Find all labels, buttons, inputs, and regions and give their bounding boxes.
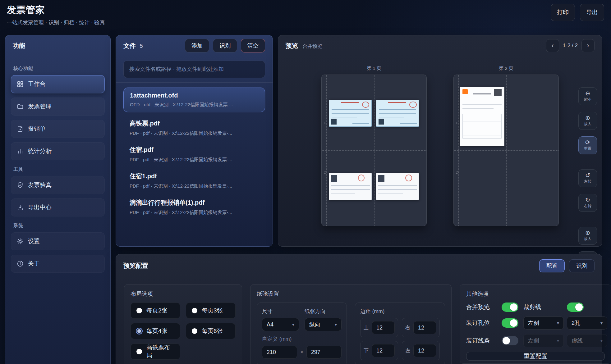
paper-orientation-select[interactable]: 纵向 ▾ [305,318,342,331]
rotate-left-button[interactable]: ↺ 左转 [578,169,597,187]
rotate-right-button[interactable]: ↻ 右转 [578,194,597,212]
ticket-thumbnail [329,173,372,200]
page-preview-1[interactable] [321,75,427,226]
paper-size-select[interactable]: A4 ▾ [262,318,299,331]
merge-preview-toggle[interactable] [502,303,518,312]
radio-selected-icon [136,328,142,334]
file-item[interactable]: 住宿.pdf PDF · pdf · 未识别 · X:\12-22信阳固始报销发… [123,142,265,167]
cut-line [454,150,558,151]
caret-down-icon: ▾ [557,338,559,343]
layout-option-6-per-page[interactable]: 每页6张 [186,323,236,339]
file-meta: PDF · pdf · 未识别 · X:\12-22信阳固始报销发票-... [130,157,259,163]
reset-view-button[interactable]: ⟳ 重置 [578,136,597,154]
preview-pager: ‹ 1-2 / 2 › [546,39,595,52]
paper-settings-title: 纸张设置 [257,290,445,298]
page-preview-2[interactable] [453,75,559,226]
layout-option-3-per-page[interactable]: 每页3张 [186,303,236,319]
preview-toolbar: ⊖ 缩小 ⊕ 放大 ⟳ 重置 ↺ 左转 ↻ 右转 [578,87,597,276]
binding-line-side-select[interactable]: 左侧 ▾ [523,334,564,347]
preview-pages: 第 1 页 [278,56,602,226]
print-button[interactable]: 打印 [551,4,575,21]
sidebar-item-label: 设置 [28,237,40,245]
sidebar-item-label: 发票管理 [28,102,52,111]
info-icon [17,260,24,267]
config-tab-button[interactable]: 配置 [539,259,565,272]
margin-left-input[interactable] [413,344,436,357]
sidebar-item-settings[interactable]: 设置 [11,232,105,250]
sidebar-item-export-center[interactable]: 导出中心 [11,198,105,216]
rotate-right-icon: ↻ [585,197,590,203]
grid-icon [17,81,24,88]
file-item[interactable]: 滴滴出行行程报销单(1).pdf PDF · pdf · 未识别 · X:\12… [123,194,265,220]
trip-report-thumbnail [460,87,504,146]
page-label: 第 1 页 [367,66,381,71]
sidebar-section-core: 核心功能 [13,66,102,71]
file-item[interactable]: 1attachment.ofd OFD · ofd · 未识别 · X:\12-… [123,88,265,112]
reset-icon: ⟳ [585,139,590,146]
page-prev-button[interactable]: ‹ [546,39,559,52]
cut-line [322,150,426,151]
app-header: 发票管家 一站式发票管理 · 识别 · 归档 · 统计 · 验真 打印 导出 [0,0,611,30]
sidebar-body: 核心功能 工作台 发票管理 报销单 [5,56,110,280]
binding-holes-toggle[interactable] [502,318,518,328]
config-actions: 配置 识别 [539,259,595,272]
file-search-input[interactable] [123,61,265,78]
sidebar-item-statistics[interactable]: 统计分析 [11,142,105,160]
document-icon [17,125,24,132]
file-item[interactable]: 住宿1.pdf PDF · pdf · 未识别 · X:\12-22信阳固始报销… [123,168,265,193]
file-name: 滴滴出行行程报销单(1).pdf [130,198,259,207]
margin-right-input[interactable] [413,321,436,334]
binding-holes-label: 装订孔位 [466,319,498,327]
recognize-files-button[interactable]: 识别 [213,39,237,52]
file-meta: PDF · pdf · 未识别 · X:\12-22信阳固始报销发票-... [130,183,259,189]
file-item[interactable]: 高铁票.pdf PDF · pdf · 未识别 · X:\12-22信阳固始报销… [123,115,265,140]
sidebar-item-label: 报销单 [28,125,46,133]
custom-height-input[interactable] [306,346,342,359]
binding-line-style-select[interactable]: 虚线 ▾ [567,334,607,347]
crop-line-toggle[interactable] [567,303,584,312]
sidebar-item-invoice-verify[interactable]: 发票验真 [11,176,105,194]
page-next-button[interactable]: › [581,39,595,52]
zoom-in-icon: ⊕ [585,115,590,121]
sidebar-item-label: 导出中心 [28,203,52,212]
sidebar-item-label: 关于 [28,260,40,268]
recognize-tab-button[interactable]: 识别 [569,259,595,272]
sidebar-item-reimbursement[interactable]: 报销单 [11,120,105,138]
scale-up-button[interactable]: ⊕ 放大 [578,227,597,245]
binding-holes-side-select[interactable]: 左侧 ▾ [523,316,564,330]
layout-option-4-per-page[interactable]: 每页4张 [131,323,180,339]
binding-line-label: 装订线条 [466,337,498,345]
other-options-card: 其他选项 合并预览 裁剪线 装订孔位 左侧 ▾ 2孔 ▾ [460,284,611,364]
orientation-label: 纸张方向 [305,308,342,315]
add-file-button[interactable]: 添加 [185,39,209,52]
bar-chart-icon [17,148,24,155]
zoom-out-button[interactable]: ⊖ 缩小 [578,87,597,105]
page-label: 第 2 页 [499,66,513,71]
binding-holes-count-select[interactable]: 2孔 ▾ [567,316,607,330]
margins-title: 边距 (mm) [360,308,440,315]
zoom-in-button[interactable]: ⊕ 放大 [578,112,597,130]
app-subtitle: 一站式发票管理 · 识别 · 归档 · 统计 · 验真 [7,19,604,26]
margin-right-cell: 右 [402,318,440,337]
margin-left-cell: 左 [402,341,440,360]
reset-config-button[interactable]: 重置配置 [466,352,605,361]
margin-top-input[interactable] [372,321,395,334]
sidebar-item-about[interactable]: 关于 [11,255,105,273]
layout-option-2-per-page[interactable]: 每页2张 [131,303,180,319]
clear-files-button[interactable]: 清空 [241,39,265,52]
sidebar-item-invoice-management[interactable]: 发票管理 [11,98,105,116]
margin-bottom-input[interactable] [372,344,395,357]
binding-holes-row: 装订孔位 左侧 ▾ 2孔 ▾ [466,316,605,330]
binding-line-toggle[interactable] [502,336,518,345]
sidebar-section-tools: 工具 [13,166,102,172]
file-list: 1attachment.ofd OFD · ofd · 未识别 · X:\12-… [123,83,265,226]
file-meta: PDF · pdf · 未识别 · X:\12-22信阳固始报销发票-... [130,130,259,136]
custom-width-input[interactable] [262,346,297,359]
export-button[interactable]: 导出 [580,4,604,21]
app-title: 发票管家 [7,4,604,16]
invoice-thumbnail [329,100,372,127]
sidebar-item-workbench[interactable]: 工作台 [11,75,105,93]
preview-config-panel: 预览配置 配置 识别 布局选项 每页2张 每页3张 [116,254,602,364]
layout-option-train-ticket[interactable]: 高铁票布局 [131,344,180,360]
file-count: 5 [140,43,143,49]
